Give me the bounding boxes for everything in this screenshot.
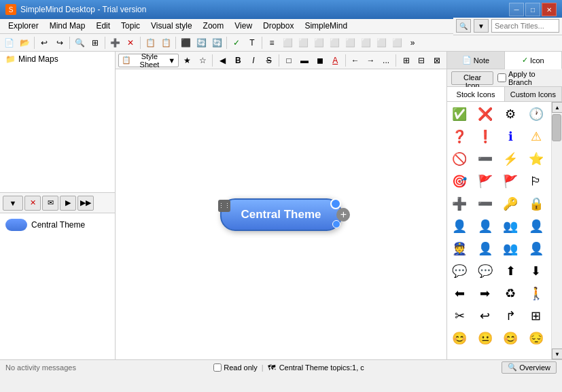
menu-simplemind[interactable]: SimpleMind bbox=[299, 19, 353, 33]
open-button[interactable]: 📂 bbox=[17, 35, 32, 50]
maximize-button[interactable]: □ bbox=[525, 3, 540, 16]
panel-forward-btn[interactable]: ▶▶ bbox=[77, 196, 94, 211]
grid-btn-2[interactable]: ⬜ bbox=[296, 35, 311, 50]
delete-button[interactable]: ✕ bbox=[123, 35, 138, 50]
icon-info[interactable]: ℹ bbox=[499, 126, 521, 147]
icon-grid-small[interactable]: ⊞ bbox=[525, 305, 547, 327]
border-button[interactable]: □ bbox=[282, 53, 296, 68]
close-button[interactable]: ✕ bbox=[542, 3, 557, 16]
icon-person-2[interactable]: 👤 bbox=[474, 215, 496, 237]
icon-smile-happy[interactable]: 😊 bbox=[449, 327, 470, 349]
icon-flag-white[interactable]: 🏳 bbox=[525, 171, 547, 192]
strikethrough-button[interactable]: S bbox=[262, 53, 276, 68]
grid-btn-5[interactable]: ⬜ bbox=[343, 35, 357, 50]
grid-view3-button[interactable]: ⊠ bbox=[430, 53, 444, 68]
icon-flag-red[interactable]: 🚩 bbox=[499, 171, 521, 192]
icon-smile-good[interactable]: 😊 bbox=[499, 327, 521, 349]
scroll-up-button[interactable]: ▲ bbox=[552, 102, 562, 113]
tab-note[interactable]: 📄 Note bbox=[447, 52, 504, 69]
icon-arrow-fwd[interactable]: ➡ bbox=[474, 283, 496, 304]
canvas-area[interactable]: ⋮⋮ Central Theme + bbox=[116, 69, 447, 359]
icon-minus-gray[interactable]: ➖ bbox=[474, 193, 496, 215]
grid-btn-3[interactable]: ⬜ bbox=[311, 35, 326, 50]
zoom-button[interactable]: 🔍 bbox=[72, 35, 87, 50]
icon-arrow-up[interactable]: ⬆ bbox=[499, 260, 521, 282]
node-handle-top-left[interactable]: ⋮⋮ bbox=[218, 200, 230, 212]
search-icon-button[interactable]: 🔍 bbox=[456, 19, 471, 33]
icon-checkmark[interactable]: ✅ bbox=[449, 103, 470, 125]
text-color-button[interactable]: A bbox=[328, 53, 343, 68]
more-format-button[interactable]: ... bbox=[379, 53, 393, 68]
icon-person-3[interactable]: 👤 bbox=[525, 215, 547, 237]
icon-minus-red[interactable]: ➖ bbox=[474, 148, 496, 170]
icon-target[interactable]: 🎯 bbox=[449, 171, 470, 192]
menu-explorer[interactable]: Explorer bbox=[3, 19, 44, 33]
readonly-checkbox[interactable] bbox=[213, 363, 222, 372]
icon-person-1[interactable]: 👤 bbox=[449, 215, 470, 237]
format-button[interactable]: ⬛ bbox=[178, 35, 193, 50]
overview-button[interactable]: 🔍 Overview bbox=[502, 361, 557, 374]
icon-scissors[interactable]: ✂ bbox=[449, 305, 470, 327]
clear-icon-button[interactable]: Clear Icon bbox=[451, 71, 493, 85]
menu-edit[interactable]: Edit bbox=[90, 19, 116, 33]
scroll-down-button[interactable]: ▼ bbox=[552, 349, 562, 359]
icon-key[interactable]: 🔑 bbox=[499, 193, 521, 215]
grid-view2-button[interactable]: ⊟ bbox=[415, 53, 429, 68]
text-button[interactable]: T bbox=[245, 35, 260, 50]
icon-smile-neutral[interactable]: 😐 bbox=[474, 327, 496, 349]
menu-mindmap[interactable]: Mind Map bbox=[44, 19, 91, 33]
icon-person-4[interactable]: 👤 bbox=[474, 238, 496, 260]
icon-question[interactable]: ❓ bbox=[449, 126, 470, 147]
arrow-left-button[interactable]: ← bbox=[348, 53, 362, 68]
star-filled-icon[interactable]: ★ bbox=[180, 53, 194, 68]
style-sheet-button[interactable]: 📋 Style Sheet ▼ bbox=[118, 54, 179, 67]
undo-button[interactable]: ↩ bbox=[37, 35, 52, 50]
icon-cross[interactable]: ❌ bbox=[474, 103, 496, 125]
icon-speech-1[interactable]: 💬 bbox=[449, 260, 470, 282]
search-input[interactable] bbox=[491, 19, 559, 33]
apply-to-branch-checkbox[interactable] bbox=[497, 73, 506, 82]
tab-icon[interactable]: ✓ Icon bbox=[505, 52, 562, 69]
grid-btn-4[interactable]: ⬜ bbox=[327, 35, 342, 50]
icon-gear[interactable]: ⚙ bbox=[499, 103, 521, 125]
add-topic-button[interactable]: ➕ bbox=[107, 35, 122, 50]
icon-turn-left[interactable]: ↩ bbox=[474, 305, 496, 327]
node-handle-top-right[interactable] bbox=[330, 198, 341, 209]
more-tools-button[interactable]: » bbox=[405, 35, 420, 50]
icon-smile-sad[interactable]: 😔 bbox=[525, 327, 547, 349]
icon-group-2[interactable]: 👥 bbox=[499, 238, 521, 260]
icon-lock[interactable]: 🔒 bbox=[525, 193, 547, 215]
node-add-button[interactable]: + bbox=[336, 208, 350, 221]
icon-person-walk[interactable]: 🚶 bbox=[525, 283, 547, 304]
grid-view-button[interactable]: ⊞ bbox=[399, 53, 413, 68]
tree-item-mindmaps[interactable]: 📁 Mind Maps bbox=[0, 52, 115, 67]
menu-topic[interactable]: Topic bbox=[116, 19, 145, 33]
node-handle-bottom-right[interactable] bbox=[332, 220, 340, 228]
scroll-thumb[interactable] bbox=[552, 114, 561, 141]
topic-item-central[interactable]: Central Theme bbox=[3, 216, 112, 234]
icon-grid-scrollbar[interactable]: ▲ ▼ bbox=[551, 102, 562, 359]
fill-button[interactable]: ▬ bbox=[298, 53, 312, 68]
menu-zoom[interactable]: Zoom bbox=[198, 19, 230, 33]
icon-guard[interactable]: 👮 bbox=[449, 238, 470, 260]
new-button[interactable]: 📄 bbox=[1, 35, 16, 50]
list-button[interactable]: ≡ bbox=[264, 35, 279, 50]
menu-dropbox[interactable]: Dropbox bbox=[258, 19, 299, 33]
grid-btn-8[interactable]: ⬜ bbox=[389, 35, 404, 50]
grid-btn-1[interactable]: ⬜ bbox=[280, 35, 295, 50]
align-left-button[interactable]: ◀ bbox=[215, 53, 230, 68]
panel-dropdown-btn[interactable]: ▼ bbox=[3, 196, 23, 211]
bold-button[interactable]: B bbox=[231, 53, 245, 68]
menu-view[interactable]: View bbox=[229, 19, 258, 33]
icon-person-5[interactable]: 👤 bbox=[525, 238, 547, 260]
check-button[interactable]: ✓ bbox=[229, 35, 244, 50]
icon-group[interactable]: 👥 bbox=[499, 215, 521, 237]
icon-speech-2[interactable]: 💬 bbox=[474, 260, 496, 282]
arrow-right-button[interactable]: → bbox=[364, 53, 378, 68]
icon-clock[interactable]: 🕐 bbox=[525, 103, 547, 125]
fill2-button[interactable]: ◼ bbox=[313, 53, 327, 68]
icon-plus-green[interactable]: ➕ bbox=[449, 193, 470, 215]
menu-visual-style[interactable]: Visual style bbox=[145, 19, 197, 33]
star-outline-icon[interactable]: ☆ bbox=[196, 53, 210, 68]
icon-arrow-down[interactable]: ⬇ bbox=[525, 260, 547, 282]
